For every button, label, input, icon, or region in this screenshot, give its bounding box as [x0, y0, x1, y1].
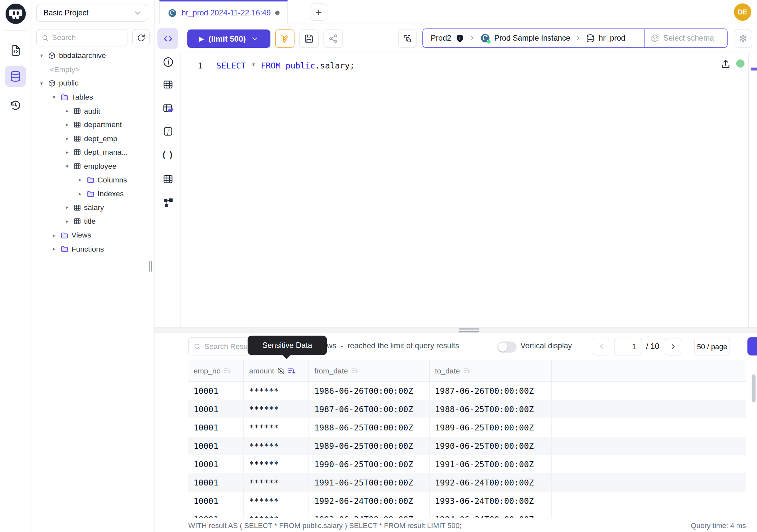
tree-item-views[interactable]: ▸ Views — [31, 228, 154, 242]
cell-masked[interactable]: ****** — [244, 473, 309, 492]
new-tab-button[interactable]: + — [310, 3, 327, 21]
cell[interactable]: 1993-06-24T00:00:00Z — [430, 492, 552, 510]
cell-masked[interactable]: ****** — [244, 418, 309, 437]
cell[interactable]: 1992-06-24T00:00:00Z — [309, 492, 430, 510]
cell[interactable]: 1988-06-25T00:00:00Z — [309, 418, 430, 437]
schema-diagram-panel-icon[interactable] — [162, 196, 174, 209]
results-scrollbar-thumb[interactable] — [752, 374, 756, 403]
history-nav-icon[interactable] — [5, 95, 26, 116]
cell[interactable]: 10001 — [188, 473, 244, 492]
tree-item-columns[interactable]: ▸ Columns — [31, 173, 154, 187]
caret-right-icon[interactable]: ▸ — [64, 149, 71, 156]
cell[interactable]: 1990-06-25T00:00:00Z — [430, 437, 552, 455]
tree-item-indexes[interactable]: ▸ Indexes — [31, 187, 154, 201]
database-nav-icon[interactable] — [5, 66, 26, 87]
tree-item-title[interactable]: ▸ title — [31, 215, 154, 228]
caret-right-icon[interactable]: ▸ — [64, 218, 71, 224]
column-header-from-date[interactable]: from_date — [309, 360, 430, 381]
sidebar-search-input[interactable] — [52, 33, 122, 42]
sort-icon-active[interactable] — [288, 367, 295, 375]
column-header-emp-no[interactable]: emp_no — [188, 360, 244, 381]
cell-masked[interactable]: ****** — [244, 400, 309, 418]
tree-item-tables[interactable]: ▾ Tables — [31, 90, 154, 104]
cell[interactable]: 10001 — [188, 400, 244, 418]
save-button[interactable] — [299, 29, 318, 48]
batch-query-button[interactable] — [398, 29, 416, 48]
cell-masked[interactable]: ****** — [244, 382, 309, 400]
sql-editor[interactable]: f ( ) 1 SELECT * FROM public.salary; — [155, 53, 757, 327]
parameters-panel-icon[interactable]: ( ) — [162, 149, 174, 161]
sort-icon[interactable] — [463, 367, 470, 374]
cell[interactable]: 10001 — [188, 382, 244, 400]
refresh-button[interactable] — [132, 29, 150, 46]
panel-splitter[interactable] — [155, 327, 757, 333]
cell[interactable]: 1987-06-26T00:00:00Z — [430, 382, 552, 400]
run-query-button[interactable]: ▶ (limit 500) — [187, 29, 270, 48]
column-header-to-date[interactable]: to_date — [430, 360, 552, 381]
caret-right-icon[interactable]: ▸ — [64, 135, 71, 141]
caret-down-icon[interactable]: ▾ — [38, 52, 45, 59]
cell[interactable]: 1991-06-25T00:00:00Z — [430, 455, 552, 473]
cell[interactable]: 1992-06-24T00:00:00Z — [430, 473, 552, 492]
caret-down-icon[interactable]: ▾ — [38, 80, 45, 86]
caret-right-icon[interactable]: ▸ — [64, 121, 71, 128]
tree-item-dept-emp[interactable]: ▸ dept_emp — [31, 132, 154, 145]
cell[interactable]: 1993-06-24T00:00:00Z — [309, 510, 430, 518]
caret-down-icon[interactable]: ▾ — [51, 94, 58, 100]
cell[interactable]: 1987-06-26T00:00:00Z — [309, 400, 430, 418]
cell[interactable]: 1989-06-25T00:00:00Z — [309, 437, 430, 455]
caret-right-icon[interactable]: ▸ — [64, 108, 71, 114]
caret-right-icon[interactable]: ▸ — [51, 246, 58, 252]
cell-masked[interactable]: ****** — [244, 510, 309, 518]
project-select[interactable]: Basic Project — [36, 4, 147, 22]
bytebase-logo[interactable] — [5, 3, 26, 24]
functions-panel-icon[interactable]: f — [162, 125, 174, 138]
cell[interactable]: 10001 — [188, 492, 244, 510]
share-button[interactable] — [323, 29, 343, 48]
ai-assistant-button[interactable]: ✻ — [734, 29, 752, 48]
export-button-edge[interactable] — [747, 337, 757, 356]
page-number-input[interactable] — [614, 338, 642, 356]
upload-sql-button[interactable] — [720, 58, 731, 69]
caret-down-icon[interactable]: ▾ — [64, 163, 71, 169]
sort-icon[interactable] — [351, 367, 358, 374]
sidebar-search[interactable] — [36, 29, 128, 46]
cell[interactable]: 10001 — [188, 510, 244, 518]
sensitive-tables-panel-icon[interactable] — [162, 102, 174, 114]
cell[interactable]: 10001 — [188, 455, 244, 473]
cell[interactable]: 1986-06-26T00:00:00Z — [309, 382, 430, 400]
cell[interactable]: 1991-06-25T00:00:00Z — [309, 473, 430, 492]
caret-right-icon[interactable]: ▸ — [64, 204, 71, 211]
cell[interactable]: 10001 — [188, 437, 244, 455]
format-settings-button[interactable] — [275, 29, 294, 48]
prev-page-button[interactable] — [593, 338, 609, 356]
tree-item-functions[interactable]: ▸ Functions — [31, 242, 154, 256]
caret-right-icon[interactable]: ▸ — [51, 232, 58, 238]
cell[interactable]: 10001 — [188, 418, 244, 437]
next-page-button[interactable] — [665, 338, 681, 356]
user-avatar[interactable]: DE — [734, 3, 751, 21]
code-panel-button[interactable] — [158, 28, 178, 49]
code-line-1[interactable]: 1 SELECT * FROM public.salary; — [155, 61, 757, 71]
cell-masked[interactable]: ****** — [244, 492, 309, 510]
caret-right-icon[interactable]: ▸ — [76, 177, 83, 183]
caret-right-icon[interactable]: ▸ — [76, 191, 83, 197]
cell-masked[interactable]: ****** — [244, 437, 309, 455]
tree-item-employee[interactable]: ▾ employee — [31, 159, 154, 173]
tree-item-bbdataarchive[interactable]: ▾ bbdataarchive — [31, 49, 154, 63]
column-header-amount[interactable]: amount — [244, 360, 309, 381]
table-detail-panel-icon[interactable] — [162, 173, 174, 185]
vertical-display-toggle[interactable] — [497, 341, 517, 353]
connection-context[interactable]: Prod2 Prod Sample Instance hr_prod — [423, 29, 644, 47]
cell-masked[interactable]: ****** — [244, 455, 309, 473]
tree-item-public[interactable]: ▾ public — [31, 76, 154, 90]
schema-select[interactable]: Select schema — [644, 29, 727, 47]
sort-icon[interactable] — [224, 367, 231, 374]
cell[interactable]: 1994-06-24T00:00:00Z — [430, 510, 552, 518]
splitter-handle-icon[interactable] — [459, 329, 479, 332]
cell[interactable]: 1989-06-25T00:00:00Z — [430, 418, 552, 437]
page-size-select[interactable]: 50 / page — [694, 338, 730, 356]
editor-scrollbar[interactable] — [748, 53, 757, 327]
tree-item-department[interactable]: ▸ department — [31, 118, 154, 132]
cell[interactable]: 1988-06-25T00:00:00Z — [430, 400, 552, 418]
